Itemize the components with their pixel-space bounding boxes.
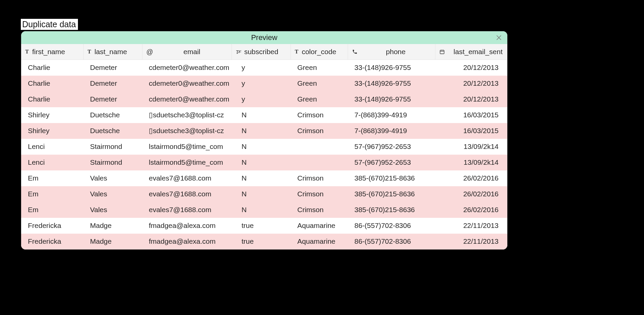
table-row[interactable]: FrederickaMadgefmadgea@alexa.comtrueAqua… [21, 218, 508, 234]
cell-first_name: Charlie [21, 76, 83, 91]
preview-panel: Preview T first_name T [21, 31, 508, 250]
preview-table: T first_name T last_name @ email [21, 44, 508, 249]
cell-subscribed: true [231, 218, 291, 234]
page-title: Duplicate data [21, 19, 78, 30]
table-header-row: T first_name T last_name @ email [21, 44, 508, 60]
cell-last_name: Duetsche [83, 123, 142, 139]
text-type-icon: T [295, 49, 299, 55]
cell-color_code: Green [291, 91, 348, 107]
cell-first_name: Em [21, 202, 83, 218]
col-header-last_email_sent[interactable]: last_email_sent [435, 44, 508, 60]
cell-last_name: Duetsche [83, 107, 142, 123]
cell-color_code: Aquamarine [291, 234, 348, 249]
cell-first_name: Shirley [21, 107, 83, 123]
close-icon[interactable] [495, 34, 503, 41]
svg-rect-2 [440, 50, 444, 54]
cell-last_name: Demeter [83, 76, 142, 91]
cell-color_code [291, 139, 348, 155]
cell-email: lstairmond5@time_com [142, 139, 231, 155]
email-type-icon: @ [146, 48, 153, 56]
cell-email: cdemeter0@weather.com [142, 60, 231, 76]
col-header-label: phone [361, 48, 431, 56]
table-body: CharlieDemetercdemeter0@weather.comyGree… [21, 60, 508, 249]
panel-title: Preview [251, 33, 277, 42]
table-row[interactable]: FrederickaMadgefmadgea@alexa.comtrueAqua… [21, 234, 508, 249]
date-type-icon [439, 49, 445, 54]
cell-color_code: Crimson [291, 170, 348, 186]
table-row[interactable]: LenciStairmondlstairmond5@time_comN57-(9… [21, 155, 508, 170]
cell-phone: 33-(148)926-9755 [348, 76, 435, 91]
table-row[interactable]: ShirleyDuetsche▯sduetsche3@toplist-czNCr… [21, 107, 508, 123]
col-header-phone[interactable]: phone [348, 44, 435, 60]
cell-subscribed: N [231, 202, 291, 218]
cell-phone: 86-(557)702-8306 [348, 234, 435, 249]
cell-email: lstairmond5@time_com [142, 155, 231, 170]
cell-last_email_sent: 22/11/2013 [435, 234, 508, 249]
cell-phone: 33-(148)926-9755 [348, 60, 435, 76]
table-row[interactable]: EmValesevales7@1688.comNCrimson385-(670)… [21, 202, 508, 218]
table-row[interactable]: EmValesevales7@1688.comNCrimson385-(670)… [21, 186, 508, 202]
cell-color_code: Crimson [291, 107, 348, 123]
boolean-type-icon: T⁄F [236, 49, 241, 55]
cell-first_name: Charlie [21, 91, 83, 107]
cell-first_name: Fredericka [21, 218, 83, 234]
cell-phone: 86-(557)702-8306 [348, 218, 435, 234]
cell-last_email_sent: 20/12/2013 [435, 91, 508, 107]
cell-first_name: Lenci [21, 139, 83, 155]
cell-last_email_sent: 13/09/2k14 [435, 155, 508, 170]
cell-phone: 57-(967)952-2653 [348, 155, 435, 170]
cell-color_code: Crimson [291, 202, 348, 218]
col-header-first_name[interactable]: T first_name [21, 44, 83, 60]
cell-color_code [291, 155, 348, 170]
cell-last_email_sent: 20/12/2013 [435, 60, 508, 76]
cell-subscribed: true [231, 234, 291, 249]
col-header-email[interactable]: @ email [142, 44, 231, 60]
cell-phone: 7-(868)399-4919 [348, 107, 435, 123]
table-row[interactable]: EmValesevales7@1688.comNCrimson385-(670)… [21, 170, 508, 186]
cell-last_email_sent: 16/03/2015 [435, 123, 508, 139]
cell-last_email_sent: 13/09/2k14 [435, 139, 508, 155]
cell-last_name: Demeter [83, 91, 142, 107]
cell-color_code: Aquamarine [291, 218, 348, 234]
cell-last_email_sent: 20/12/2013 [435, 76, 508, 91]
cell-first_name: Shirley [21, 123, 83, 139]
col-header-label: last_email_sent [448, 48, 504, 56]
table-row[interactable]: CharlieDemetercdemeter0@weather.comyGree… [21, 60, 508, 76]
cell-phone: 385-(670)215-8636 [348, 170, 435, 186]
table-row[interactable]: ShirleyDuetsche▯sduetsche3@toplist-czNCr… [21, 123, 508, 139]
cell-last_name: Demeter [83, 60, 142, 76]
cell-last_name: Vales [83, 202, 142, 218]
phone-type-icon [352, 49, 357, 54]
col-header-color_code[interactable]: T color_code [291, 44, 348, 60]
cell-color_code: Crimson [291, 186, 348, 202]
col-header-subscribed[interactable]: T⁄F subscribed [231, 44, 291, 60]
cell-last_name: Madge [83, 218, 142, 234]
table-row[interactable]: CharlieDemetercdemeter0@weather.comyGree… [21, 76, 508, 91]
cell-color_code: Crimson [291, 123, 348, 139]
cell-subscribed: N [231, 186, 291, 202]
cell-subscribed: N [231, 155, 291, 170]
cell-first_name: Fredericka [21, 234, 83, 249]
cell-subscribed: N [231, 170, 291, 186]
cell-last_name: Vales [83, 170, 142, 186]
cell-color_code: Green [291, 76, 348, 91]
cell-last_name: Vales [83, 186, 142, 202]
cell-email: evales7@1688.com [142, 186, 231, 202]
col-header-last_name[interactable]: T last_name [83, 44, 142, 60]
cell-last_email_sent: 22/11/2013 [435, 218, 508, 234]
cell-email: evales7@1688.com [142, 170, 231, 186]
table-row[interactable]: LenciStairmondlstairmond5@time_comN57-(9… [21, 139, 508, 155]
cell-phone: 33-(148)926-9755 [348, 91, 435, 107]
cell-subscribed: N [231, 123, 291, 139]
cell-email: fmadgea@alexa.com [142, 218, 231, 234]
cell-last_email_sent: 26/02/2016 [435, 202, 508, 218]
cell-email: fmadgea@alexa.com [142, 234, 231, 249]
cell-last_email_sent: 26/02/2016 [435, 186, 508, 202]
cell-last_email_sent: 26/02/2016 [435, 170, 508, 186]
cell-first_name: Em [21, 170, 83, 186]
table-row[interactable]: CharlieDemetercdemeter0@weather.comyGree… [21, 91, 508, 107]
cell-subscribed: N [231, 139, 291, 155]
col-header-label: first_name [32, 48, 79, 56]
cell-email: ▯sduetsche3@toplist-cz [142, 123, 231, 139]
panel-header: Preview [21, 31, 507, 44]
